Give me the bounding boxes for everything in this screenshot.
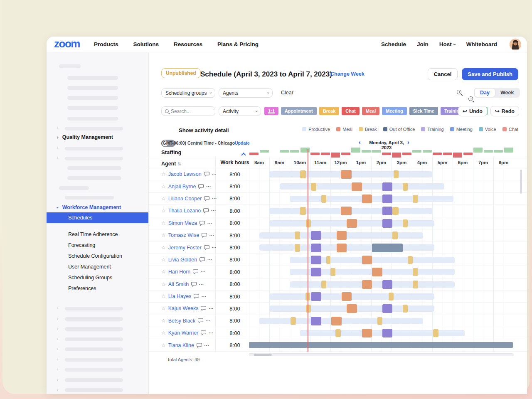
chat-bubble-icon[interactable] [191, 282, 197, 287]
schedule-segment-break[interactable] [408, 256, 413, 264]
next-day-icon[interactable]: › [407, 139, 409, 145]
nav-link-host[interactable]: Host› [439, 41, 456, 47]
schedule-segment-break[interactable] [403, 305, 408, 313]
schedule-segment-break[interactable] [413, 195, 418, 203]
schedule-segment-break[interactable] [392, 232, 397, 239]
schedule-segment-break[interactable] [311, 183, 316, 191]
save-and-publish-button[interactable]: Save and Publish [462, 68, 518, 80]
agent-name-link[interactable]: Kajus Weeks [168, 305, 199, 311]
nav-link-products[interactable]: Products [94, 41, 118, 47]
schedule-bar-out-of-office-day[interactable] [249, 342, 513, 348]
chat-bubble-icon[interactable] [204, 245, 209, 250]
view-week-tab[interactable]: Week [495, 89, 519, 97]
agent-name-link[interactable]: Thalia Lozano [168, 208, 201, 214]
schedule-segment-break[interactable] [295, 232, 300, 239]
star-icon[interactable]: ☆ [161, 257, 166, 263]
user-avatar[interactable] [510, 39, 521, 50]
zoom-out-icon[interactable]: − [468, 96, 475, 103]
schedule-segment-break[interactable] [413, 281, 418, 288]
schedule-segment-training[interactable] [382, 219, 393, 228]
schedule-segment-meal[interactable] [347, 304, 357, 313]
schedule-segment-meal[interactable] [341, 207, 352, 215]
schedule-segment-training[interactable] [382, 329, 393, 337]
agent-name-link[interactable]: Jacob Lawson [168, 171, 202, 177]
schedule-segment-meal[interactable] [362, 329, 372, 337]
schedule-bar-productive[interactable] [259, 244, 434, 251]
nav-link-join[interactable]: Join [417, 41, 429, 47]
chat-bubble-icon[interactable] [193, 269, 198, 274]
schedule-segment-training[interactable] [382, 182, 393, 191]
schedule-segment-break[interactable] [392, 207, 399, 215]
agent-name-link[interactable]: Tomasz Wise [168, 232, 199, 238]
star-icon[interactable]: ☆ [161, 245, 166, 251]
star-icon[interactable]: ☆ [161, 305, 166, 311]
nav-link-resources[interactable]: Resources [174, 41, 202, 47]
schedule-segment-break[interactable] [300, 170, 306, 178]
vertical-scrollbar-thumb[interactable] [520, 170, 522, 194]
star-icon[interactable]: ☆ [161, 220, 166, 226]
schedule-bar-productive[interactable] [269, 293, 434, 300]
scheduling-groups-select[interactable]: Scheduling groups › [161, 88, 215, 98]
schedule-segment-training[interactable] [382, 207, 393, 215]
sort-icon[interactable]: ⇅ [177, 162, 181, 166]
star-icon[interactable]: ☆ [161, 293, 166, 299]
agent-name-link[interactable]: Tiana Kline [168, 342, 194, 348]
agent-column-header[interactable]: Agent [161, 161, 176, 167]
schedule-segment-meal[interactable] [362, 280, 372, 289]
schedule-segment-break[interactable] [295, 244, 300, 252]
star-icon[interactable]: ☆ [161, 208, 166, 214]
sidebar-item-scheduling-groups[interactable]: Scheduling Groups [47, 272, 148, 283]
schedule-segment-training[interactable] [311, 292, 321, 301]
schedule-segment-break[interactable] [306, 219, 311, 227]
sidebar-item-forecasting[interactable]: Forecasting [47, 240, 148, 251]
schedule-segment-training[interactable] [382, 195, 393, 203]
schedule-segment-meal[interactable] [372, 268, 382, 276]
schedule-segment-break[interactable] [321, 281, 326, 288]
schedule-segment-meal[interactable] [337, 244, 347, 252]
schedule-segment-break[interactable] [300, 207, 306, 215]
schedule-segment-break[interactable] [330, 268, 335, 276]
star-icon[interactable]: ☆ [161, 232, 166, 238]
agent-name-link[interactable]: Jeremy Foster [168, 245, 202, 251]
zoom-logo[interactable]: zoom [54, 38, 80, 49]
schedule-segment-break[interactable] [389, 293, 394, 300]
star-icon[interactable]: ☆ [161, 196, 166, 202]
activity-chip-meal[interactable]: Meal [362, 107, 379, 115]
search-input[interactable] [171, 108, 208, 114]
chat-bubble-icon[interactable] [202, 233, 207, 238]
schedule-segment-break[interactable] [291, 317, 296, 325]
schedule-segment-training[interactable] [311, 317, 321, 325]
prev-day-icon[interactable]: ‹ [359, 139, 361, 145]
star-icon[interactable]: ☆ [161, 269, 166, 275]
chat-bubble-icon[interactable] [194, 294, 199, 299]
schedule-segment-break[interactable] [326, 256, 330, 264]
sidebar-item-schedules[interactable]: Schedules [47, 212, 148, 223]
sidebar-section-workforce-management[interactable]: ›Workforce Management [57, 204, 121, 210]
chat-bubble-icon[interactable] [197, 343, 202, 348]
nav-link-schedule[interactable]: Schedule [381, 41, 406, 47]
schedule-segment-break[interactable] [377, 317, 382, 325]
chat-bubble-icon[interactable] [201, 306, 206, 311]
chat-bubble-icon[interactable] [204, 172, 209, 177]
nav-link-plans-pricing[interactable]: Plans & Pricing [217, 41, 259, 47]
zoom-in-icon[interactable]: + [456, 89, 463, 96]
activity-chip-chat[interactable]: Chat [342, 107, 359, 115]
horizontal-scrollbar[interactable] [249, 353, 514, 356]
sidebar-item-schedule-configuration[interactable]: Schedule Configuration [47, 251, 148, 261]
chat-bubble-icon[interactable] [200, 257, 205, 262]
schedule-segment-break[interactable] [306, 305, 311, 313]
activity-chip-appointment[interactable]: Appointment [281, 107, 317, 115]
star-icon[interactable]: ☆ [161, 330, 166, 336]
nav-link-solutions[interactable]: Solutions [133, 41, 159, 47]
schedule-segment-meal[interactable] [342, 292, 352, 301]
star-icon[interactable]: ☆ [161, 318, 166, 324]
schedule-segment-meal[interactable] [352, 182, 362, 191]
schedule-segment-break[interactable] [403, 219, 408, 227]
chat-bubble-icon[interactable] [201, 330, 206, 335]
schedule-segment-training[interactable] [382, 280, 393, 289]
schedule-segment-training[interactable] [311, 268, 321, 276]
chat-bubble-icon[interactable] [200, 221, 205, 226]
star-icon[interactable]: ☆ [161, 281, 166, 287]
schedule-segment-oof[interactable] [372, 244, 403, 252]
clear-filters-button[interactable]: Clear [281, 90, 293, 96]
